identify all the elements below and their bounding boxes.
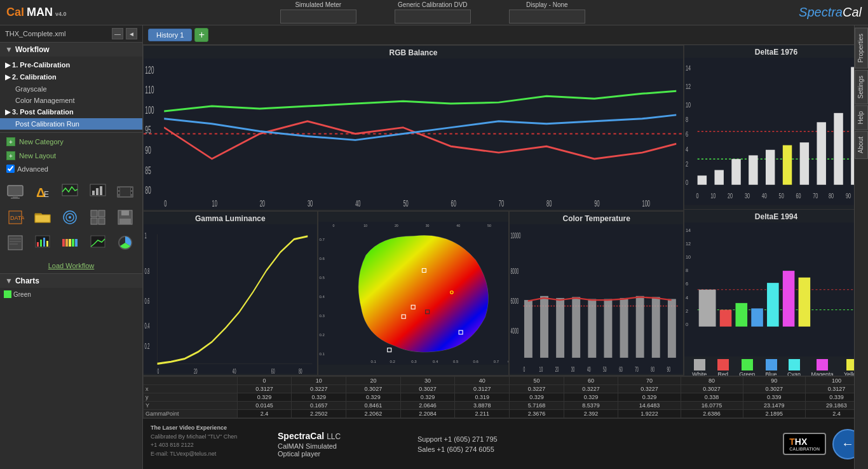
- sidebar-item-post-cal[interactable]: ▶ 3. Post Calibration: [0, 106, 142, 118]
- svg-rect-7: [92, 191, 95, 195]
- charts-header[interactable]: ▼ Charts: [0, 274, 142, 288]
- gamma-svg: 1 0.8 0.6 0.4 0.2 0 20 40 60 80: [144, 224, 317, 374]
- cyan-box: [789, 359, 800, 370]
- settings-tab[interactable]: Settings: [855, 70, 868, 104]
- icon-info[interactable]: [4, 231, 27, 254]
- sidebar-item-calibration[interactable]: ▶ 2. Calibration: [0, 71, 142, 83]
- white-box: [694, 359, 705, 370]
- icon-target[interactable]: [58, 206, 81, 229]
- deltae1976-svg: 14 12 10 8 6 4 2 0 0 10 20 30 40: [684, 58, 868, 205]
- rgb-balance-title: RGB Balance: [144, 46, 683, 58]
- svg-rect-178: [736, 302, 748, 326]
- row-Y: Y 0.0145 0.1657 0.8461 2.0646 3.8878 5.7…: [144, 402, 868, 410]
- y-20: 0.329: [346, 393, 401, 402]
- g-90: 2.1895: [743, 410, 805, 418]
- history-tab[interactable]: History 1: [148, 29, 192, 41]
- icon-waveform[interactable]: [58, 180, 81, 203]
- chart-green-item[interactable]: Green: [4, 290, 31, 298]
- icon-circle-chart[interactable]: [114, 231, 137, 254]
- sidebar-item-grayscale[interactable]: Grayscale: [0, 83, 142, 95]
- x-70: 0.3227: [618, 385, 681, 393]
- y-80: 0.338: [681, 393, 743, 402]
- svg-text:6: 6: [686, 131, 688, 139]
- svg-text:50: 50: [487, 224, 491, 228]
- svg-text:0.8: 0.8: [508, 360, 508, 364]
- help-tab[interactable]: Help: [855, 105, 868, 130]
- svg-text:4: 4: [686, 294, 688, 300]
- sidebar: THX_Complete.xml — ◄ ▼ Workflow ▶ 1. Pre…: [0, 25, 143, 469]
- blue-box: [766, 359, 777, 370]
- display-label: Display - None: [526, 1, 568, 8]
- icon-chart2[interactable]: [86, 231, 109, 254]
- Y-30: 2.0646: [400, 402, 455, 410]
- footer-contact: Support +1 (605) 271 795 Sales +1 (605) …: [410, 419, 575, 469]
- add-tab-button[interactable]: +: [194, 28, 208, 42]
- icon-delta[interactable]: Δ E: [31, 180, 54, 203]
- svg-rect-160: [783, 145, 792, 184]
- icon-data[interactable]: DATA: [4, 206, 27, 229]
- svg-rect-16: [131, 192, 132, 194]
- legend-cyan: Cyan: [787, 359, 801, 376]
- svg-rect-127: [573, 297, 581, 358]
- icon-color-bar[interactable]: [58, 231, 81, 254]
- svg-text:0.6: 0.6: [144, 297, 149, 306]
- svg-text:30: 30: [571, 365, 575, 374]
- svg-text:10: 10: [212, 199, 217, 208]
- charts-area: RGB Balance 120 110 100 95 90 85 80: [143, 45, 868, 376]
- sidebar-scroll[interactable]: ▼ Workflow ▶ 1. Pre-Calibration ▶ 2. Cal…: [0, 43, 142, 469]
- minimize-button[interactable]: —: [112, 28, 123, 39]
- icon-film[interactable]: [114, 180, 137, 203]
- svg-text:90: 90: [145, 144, 151, 156]
- icon-monitor[interactable]: [4, 180, 27, 203]
- svg-text:10000: 10000: [511, 231, 521, 240]
- g-40: 2.211: [455, 410, 510, 418]
- svg-text:70: 70: [499, 199, 504, 208]
- svg-text:0.4: 0.4: [432, 360, 438, 364]
- advanced-checkbox[interactable]: [6, 165, 15, 173]
- load-workflow-button[interactable]: Load Workflow: [0, 258, 142, 273]
- workflow-header[interactable]: ▼ Workflow: [0, 43, 142, 57]
- icon-folder[interactable]: [31, 206, 54, 229]
- svg-text:0.7: 0.7: [493, 360, 499, 364]
- col-header-empty: [144, 377, 238, 385]
- calibration-input[interactable]: [395, 10, 471, 24]
- collapse-icon: ▼: [5, 45, 13, 54]
- legend-white: White: [692, 359, 707, 376]
- properties-tab[interactable]: Properties: [855, 28, 868, 69]
- icon-grid-view[interactable]: [86, 206, 109, 229]
- svg-rect-40: [65, 239, 68, 247]
- spectracal-logo: SpectraCal: [799, 5, 862, 20]
- svg-text:2: 2: [686, 161, 688, 168]
- sidebar-item-post-cal-run[interactable]: Post Calibration Run: [0, 118, 142, 130]
- svg-rect-24: [98, 210, 105, 217]
- new-category-label: New Category: [19, 138, 64, 146]
- new-layout-label: New Layout: [19, 152, 56, 160]
- calibration-box: Generic Calibration DVD: [395, 1, 471, 24]
- sidebar-item-color-mgmt[interactable]: Color Management: [0, 95, 142, 106]
- svg-text:E: E: [44, 190, 49, 199]
- icon-chart-bar[interactable]: [31, 231, 54, 254]
- about-tab[interactable]: About: [855, 131, 868, 159]
- icon-bars[interactable]: [86, 180, 109, 203]
- display-input[interactable]: [509, 10, 585, 24]
- svg-text:8: 8: [686, 116, 688, 124]
- svg-text:30: 30: [308, 199, 313, 208]
- main-layout: THX_Complete.xml — ◄ ▼ Workflow ▶ 1. Pre…: [0, 25, 868, 469]
- close-sidebar-button[interactable]: ◄: [126, 28, 137, 39]
- svg-text:80: 80: [299, 367, 302, 374]
- svg-text:0.8: 0.8: [144, 267, 149, 276]
- workflow-items: ▶ 1. Pre-Calibration ▶ 2. Calibration Gr…: [0, 57, 142, 132]
- svg-text:70: 70: [635, 365, 639, 374]
- y-50: 0.329: [510, 393, 564, 402]
- svg-text:0.5: 0.5: [319, 276, 325, 280]
- icon-save[interactable]: [114, 206, 137, 229]
- sidebar-controls: — ◄: [112, 28, 137, 39]
- charts-collapse-icon: ▼: [5, 276, 13, 285]
- svg-text:20: 20: [194, 367, 198, 374]
- svg-rect-2: [11, 198, 20, 199]
- new-layout-button[interactable]: + New Layout: [3, 149, 140, 162]
- meter-label: Simulated Meter: [295, 1, 341, 8]
- meter-input[interactable]: [280, 10, 356, 24]
- sidebar-item-pre-cal[interactable]: ▶ 1. Pre-Calibration: [0, 59, 142, 71]
- new-category-button[interactable]: + New Category: [3, 135, 140, 148]
